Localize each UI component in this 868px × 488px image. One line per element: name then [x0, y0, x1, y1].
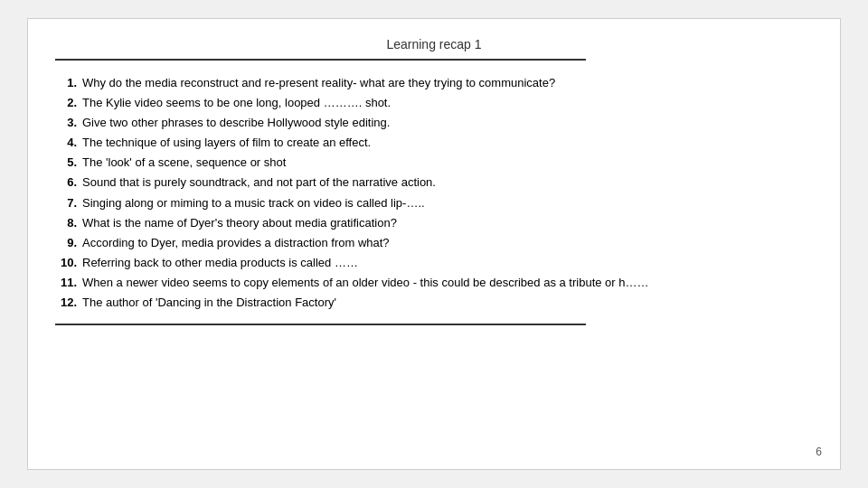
list-item-text: When a newer video seems to copy element…: [82, 273, 813, 293]
list-item: 11.When a newer video seems to copy elem…: [55, 273, 813, 293]
slide-title: Learning recap 1: [55, 37, 813, 52]
list-item-num: 12.: [55, 293, 77, 313]
list-item-num: 7.: [55, 193, 77, 213]
list-item: 6.Sound that is purely soundtrack, and n…: [55, 173, 813, 192]
list-item-num: 4.: [55, 133, 77, 153]
list-item-text: The 'look' of a scene, sequence or shot: [82, 153, 813, 173]
list-item: 2.The Kylie video seems to be one long, …: [55, 93, 813, 113]
list-item-text: Singing along or miming to a music track…: [82, 193, 813, 213]
list-item: 10.Referring back to other media product…: [55, 253, 813, 273]
list-item: 12.The author of 'Dancing in the Distrac…: [55, 293, 813, 313]
list-item-num: 1.: [55, 73, 77, 93]
list-item: 9.According to Dyer, media provides a di…: [55, 233, 813, 253]
list-item-num: 9.: [55, 233, 77, 253]
list-item-num: 3.: [55, 113, 77, 133]
page-number: 6: [816, 446, 822, 458]
list-item: 4.The technique of using layers of film …: [55, 133, 813, 153]
divider-top: [55, 59, 586, 61]
slide: Learning recap 1 1.Why do the media reco…: [27, 18, 841, 470]
divider-bottom: [55, 324, 586, 325]
list-item-text: According to Dyer, media provides a dist…: [82, 233, 813, 253]
list-item-num: 6.: [55, 173, 77, 192]
list-item: 7.Singing along or miming to a music tra…: [55, 193, 813, 213]
list-item-text: Why do the media reconstruct and re-pres…: [82, 73, 813, 93]
list-item-text: What is the name of Dyer's theory about …: [82, 213, 813, 233]
list-item-num: 2.: [55, 93, 77, 113]
list-item: 1.Why do the media reconstruct and re-pr…: [55, 73, 813, 93]
list-item-num: 5.: [55, 153, 77, 173]
list-item-num: 11.: [55, 273, 77, 293]
list-item: 5.The 'look' of a scene, sequence or sho…: [55, 153, 813, 173]
list-item-num: 8.: [55, 213, 77, 233]
list-item: 8.What is the name of Dyer's theory abou…: [55, 213, 813, 233]
content-list: 1.Why do the media reconstruct and re-pr…: [55, 73, 813, 313]
list-item-text: The Kylie video seems to be one long, lo…: [82, 93, 813, 113]
list-item-text: Sound that is purely soundtrack, and not…: [82, 173, 813, 192]
list-item-text: Referring back to other media products i…: [82, 253, 813, 273]
list-item-num: 10.: [55, 253, 77, 273]
list-item-text: The author of 'Dancing in the Distractio…: [82, 293, 813, 313]
list-item-text: The technique of using layers of film to…: [82, 133, 813, 153]
list-item-text: Give two other phrases to describe Holly…: [82, 113, 813, 133]
list-item: 3.Give two other phrases to describe Hol…: [55, 113, 813, 133]
